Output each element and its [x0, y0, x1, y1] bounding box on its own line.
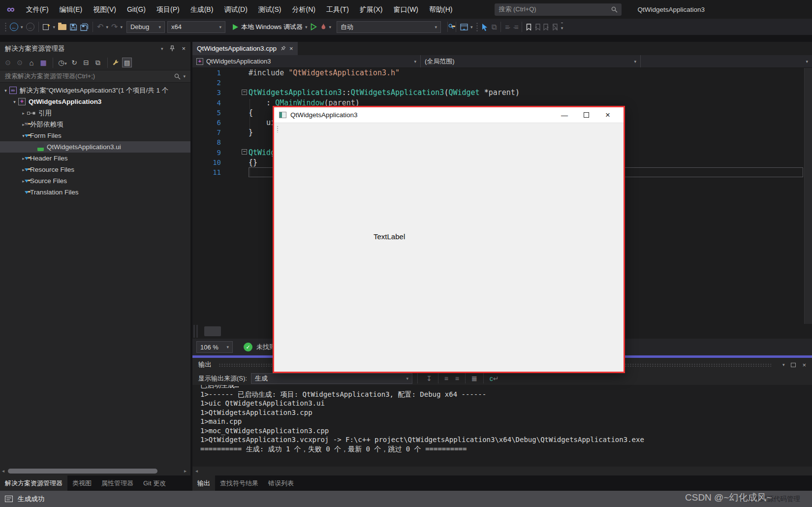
hot-reload-button[interactable]: ▾	[320, 23, 331, 31]
menu-edit[interactable]: 编辑(E)	[54, 0, 88, 19]
tab-git-changes[interactable]: Git 更改	[138, 475, 171, 491]
expander-icon[interactable]: ▾	[2, 88, 9, 93]
tab-find-symbol-results[interactable]: 查找符号结果	[215, 475, 263, 491]
scroll-left-arrow-icon[interactable]: ◂	[195, 468, 198, 474]
clear-bookmarks-button[interactable]	[552, 24, 558, 31]
configuration-dropdown[interactable]: Debug▾	[126, 21, 165, 33]
expander-icon[interactable]: ▸	[20, 111, 27, 116]
start-without-debugging-button[interactable]	[311, 23, 317, 31]
save-all-button[interactable]	[80, 23, 89, 31]
pin-icon[interactable]	[170, 45, 175, 52]
editor-vscrollbar[interactable]	[804, 68, 812, 324]
new-project-button[interactable]: ✦ ▾	[43, 23, 56, 31]
back-dropdown-caret[interactable]: ▾	[21, 25, 23, 30]
uncomment-lines-icon[interactable]: ·≡	[513, 23, 518, 31]
tree-item-resource-files[interactable]: ▸ Resource Files	[0, 164, 190, 175]
undo-icon[interactable]: ↶	[97, 22, 103, 32]
tree-item-references[interactable]: ▸ 引用	[0, 107, 190, 119]
nav-scope-dropdown[interactable]: (全局范围)▾	[421, 55, 641, 67]
toolbar-grip[interactable]	[4, 22, 7, 32]
nav-member-dropdown[interactable]: ▾	[641, 55, 812, 67]
menu-file[interactable]: 文件(F)	[21, 0, 54, 19]
menu-debug[interactable]: 调试(D)	[219, 0, 252, 19]
quick-search-box[interactable]: 搜索 (Ctrl+Q)	[495, 3, 622, 16]
properties-wrench-icon[interactable]	[112, 59, 119, 66]
close-icon[interactable]: ×	[597, 110, 619, 120]
tab-output[interactable]: 输出	[192, 475, 215, 491]
fold-minus-icon[interactable]: −	[242, 149, 247, 155]
search-options-caret[interactable]: ▾	[183, 74, 186, 79]
scrollbar-thumb[interactable]	[8, 469, 157, 474]
tree-item-solution[interactable]: ▾ ∞ 解决方案"QtWidgetsApplication3"(1 个项目/共 …	[0, 85, 190, 96]
menu-test[interactable]: 测试(S)	[253, 0, 287, 19]
tree-item-translation-files[interactable]: Translation Files	[0, 187, 190, 198]
collapse-all-icon[interactable]: ⊟	[81, 59, 91, 66]
panel-menu-caret[interactable]: ▾	[782, 362, 785, 367]
tree-item-external-dependencies[interactable]: ▸ ↪ 外部依赖项	[0, 119, 190, 130]
save-button[interactable]	[69, 23, 77, 31]
qt-toolbar-handle[interactable]	[277, 126, 279, 132]
navigate-forward-icon[interactable]: →	[26, 23, 34, 31]
qt-app-window[interactable]: QtWidgetsApplication3 — × TextLabel	[273, 106, 625, 373]
home-icon[interactable]: ⌂	[27, 59, 36, 67]
refresh-icon[interactable]: ↻	[69, 59, 79, 66]
tree-item-ui-file[interactable]: QtWidgetsApplication3.ui	[0, 141, 190, 153]
pin-icon[interactable]	[280, 45, 287, 52]
output-text-area[interactable]: 已启动生成… 1>------ 已启动生成: 项目: QtWidgetsAppl…	[192, 385, 812, 465]
menu-view[interactable]: 视图(V)	[88, 0, 122, 19]
scroll-left-arrow-icon[interactable]: ◂	[2, 468, 4, 474]
navigate-back-icon[interactable]: ←	[10, 23, 18, 31]
close-tab-icon[interactable]: ×	[289, 45, 293, 52]
attach-mode-dropdown[interactable]: 自动▾	[337, 21, 441, 33]
panel-menu-caret[interactable]: ▾	[161, 46, 163, 51]
back-icon[interactable]: ⊙	[3, 59, 13, 66]
sync-with-active-document-icon[interactable]: ⧉	[93, 59, 103, 67]
menu-git[interactable]: Git(G)	[122, 0, 151, 19]
switch-views-icon[interactable]: ▦	[38, 59, 48, 66]
start-debugging-button[interactable]: 本地 Windows 调试器 ▾	[233, 23, 308, 32]
close-icon[interactable]: ×	[802, 361, 806, 369]
maximize-icon[interactable]	[575, 111, 597, 119]
tab-class-view[interactable]: 类视图	[67, 475, 96, 491]
qt-window-titlebar[interactable]: QtWidgetsApplication3 — ×	[274, 107, 624, 123]
menu-window[interactable]: 窗口(W)	[388, 0, 424, 19]
menu-analyze[interactable]: 分析(N)	[286, 0, 320, 19]
forward-icon[interactable]: ⊙	[15, 59, 25, 66]
zoom-level-dropdown[interactable]: 106 %▾	[196, 341, 233, 353]
open-file-button[interactable]	[58, 24, 66, 30]
output-hscrollbar[interactable]: ◂	[192, 467, 812, 475]
next-bookmark-button[interactable]	[543, 24, 549, 31]
toolbar-grip[interactable]	[476, 22, 478, 32]
scrollbar-thumb[interactable]	[204, 326, 221, 336]
previous-bookmark-button[interactable]	[534, 24, 540, 31]
paste-structure-icon[interactable]: ⧉	[492, 23, 497, 32]
tree-item-header-files[interactable]: ▸ Header Files	[0, 153, 190, 164]
tree-item-source-files[interactable]: ▸ Source Files	[0, 175, 190, 187]
menu-build[interactable]: 生成(B)	[185, 0, 219, 19]
toggle-bookmark-button[interactable]	[526, 24, 531, 31]
editor-tab-active[interactable]: QtWidgetsApplication3.cpp ×	[192, 42, 298, 55]
menu-extensions[interactable]: 扩展(X)	[354, 0, 388, 19]
solution-explorer-hscrollbar[interactable]: ◂ ▸	[0, 467, 190, 475]
tab-property-manager[interactable]: 属性管理器	[96, 475, 138, 491]
fold-minus-icon[interactable]: −	[242, 90, 247, 95]
pending-changes-filter-icon[interactable]: ◷▾	[58, 59, 67, 66]
window-layout-button[interactable]: ▾	[460, 24, 473, 31]
tab-error-list[interactable]: 错误列表	[263, 475, 299, 491]
tab-solution-explorer[interactable]: 解决方案资源管理器	[0, 475, 67, 491]
nav-type-dropdown[interactable]: + QtWidgetsApplication3▾	[192, 55, 421, 67]
solution-explorer-search[interactable]: 搜索解决方案资源管理器(Ctrl+;) ▾	[0, 70, 190, 83]
expander-icon[interactable]: ▾	[11, 99, 18, 104]
scroll-right-arrow-icon[interactable]: ▸	[184, 468, 187, 474]
tree-item-project[interactable]: ▾ + QtWidgetsApplication3	[0, 96, 190, 107]
show-all-files-toggle[interactable]: ▤	[122, 58, 132, 67]
redo-icon[interactable]: ↷	[111, 22, 118, 32]
minimize-icon[interactable]: —	[554, 111, 575, 119]
panel-vertical-splitter[interactable]	[190, 42, 192, 491]
platform-dropdown[interactable]: x64▾	[167, 21, 225, 33]
comment-lines-icon[interactable]: ≡·	[505, 23, 510, 31]
menu-tools[interactable]: 工具(T)	[321, 0, 354, 19]
menu-help[interactable]: 帮助(H)	[424, 0, 458, 19]
float-window-icon[interactable]	[791, 363, 796, 367]
menu-project[interactable]: 项目(P)	[151, 0, 185, 19]
